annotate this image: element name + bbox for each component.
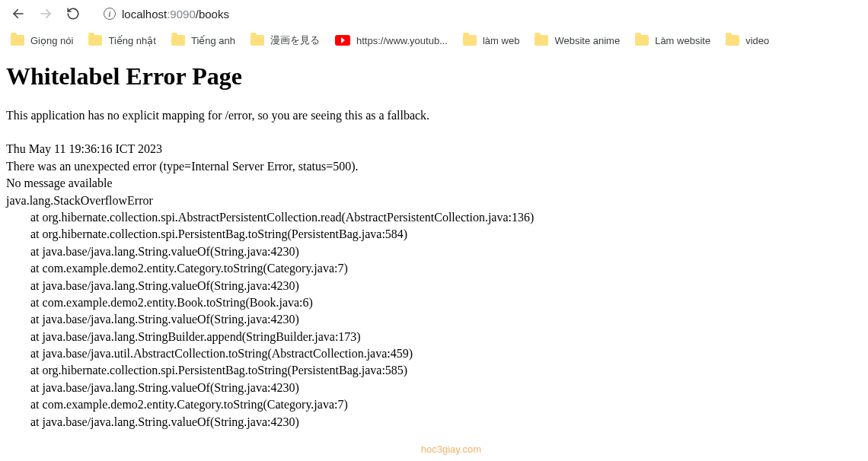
bookmark-label: Làm website xyxy=(655,35,710,46)
folder-icon xyxy=(463,35,477,46)
error-timestamp: Thu May 11 19:36:16 ICT 2023 xyxy=(6,141,862,157)
folder-icon xyxy=(635,35,649,46)
exception-class: java.lang.StackOverflowError xyxy=(6,192,862,209)
bookmark-item[interactable]: làm web xyxy=(463,35,519,46)
url-text: localhost:9090/books xyxy=(122,8,229,21)
error-summary: There was an unexpected error (type=Inte… xyxy=(6,158,862,175)
bookmark-item[interactable]: Làm website xyxy=(635,35,710,46)
fallback-message: This application has no explicit mapping… xyxy=(6,107,862,124)
reload-button[interactable] xyxy=(61,2,85,26)
folder-icon xyxy=(88,35,102,46)
page-title: Whitelabel Error Page xyxy=(6,62,862,91)
folder-icon xyxy=(251,35,264,46)
bookmark-label: Website anime xyxy=(554,35,620,46)
bookmark-label: Tiếng nhật xyxy=(108,35,156,46)
bookmark-item[interactable]: video xyxy=(726,35,769,46)
reload-icon xyxy=(66,7,80,21)
bookmark-label: 漫画を見る xyxy=(270,33,320,47)
folder-icon xyxy=(11,35,24,46)
bookmark-label: Tiếng anh xyxy=(191,35,235,46)
back-button[interactable] xyxy=(6,2,30,26)
watermark: hoc3giay.com xyxy=(421,444,481,455)
url-host: localhost xyxy=(122,8,167,21)
arrow-right-icon xyxy=(39,7,53,21)
folder-icon xyxy=(726,35,739,46)
stack-trace: at org.hibernate.collection.spi.Abstract… xyxy=(6,209,862,431)
bookmark-item[interactable]: Website anime xyxy=(535,35,620,46)
bookmark-label: Giọng nói xyxy=(30,35,73,46)
folder-icon xyxy=(535,35,548,46)
folder-icon xyxy=(171,35,185,46)
url-bar[interactable]: i localhost:9090/books xyxy=(96,2,862,25)
bookmark-item[interactable]: 漫画を見る xyxy=(251,33,320,47)
message-line: No message available xyxy=(6,175,862,192)
bookmark-item[interactable]: Tiếng anh xyxy=(171,35,235,46)
browser-toolbar: i localhost:9090/books xyxy=(0,0,868,27)
youtube-icon xyxy=(335,35,350,46)
bookmark-item[interactable]: https://www.youtub... xyxy=(335,35,448,46)
page-content: Whitelabel Error Page This application h… xyxy=(0,53,868,440)
arrow-left-icon xyxy=(11,7,25,21)
site-info-icon[interactable]: i xyxy=(104,8,116,20)
bookmark-item[interactable]: Giọng nói xyxy=(11,35,73,46)
url-port: :9090 xyxy=(167,8,196,21)
url-path: /books xyxy=(196,8,229,21)
forward-button[interactable] xyxy=(34,2,58,26)
bookmarks-bar: Giọng nóiTiếng nhậtTiếng anh漫画を見るhttps:/… xyxy=(0,27,868,53)
bookmark-label: https://www.youtub... xyxy=(356,35,448,46)
bookmark-label: video xyxy=(745,35,769,46)
bookmark-label: làm web xyxy=(483,35,519,46)
bookmark-item[interactable]: Tiếng nhật xyxy=(88,35,156,46)
